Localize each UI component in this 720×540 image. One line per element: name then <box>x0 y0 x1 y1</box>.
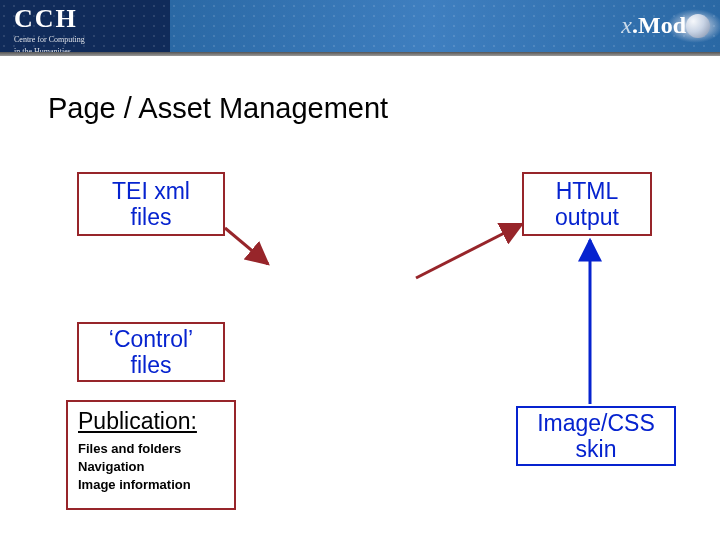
node-control-line1: ‘Control’ <box>109 326 193 352</box>
xmod-wordmark: x.Mod <box>621 12 686 39</box>
globe-icon <box>686 14 710 38</box>
cch-logo-abbr: CCH <box>14 6 85 32</box>
node-skin-line2: skin <box>576 436 617 462</box>
node-image-css-skin: Image/CSS skin <box>516 406 676 466</box>
node-tei-line1: TEI xml <box>112 178 190 204</box>
cch-logo: CCH Centre for Computing in the Humaniti… <box>14 6 85 57</box>
arrow-tei-to-xmod <box>225 228 268 264</box>
banner-underline <box>0 52 720 56</box>
node-publication-items: Files and folders Navigation Image infor… <box>78 440 191 493</box>
node-publication: Publication: Files and folders Navigatio… <box>66 400 236 510</box>
node-control-line2: files <box>131 352 172 378</box>
node-tei-xml-files: TEI xml files <box>77 172 225 236</box>
arrow-xmod-to-html <box>416 224 522 278</box>
node-html-output: HTML output <box>522 172 652 236</box>
slide: CCH Centre for Computing in the Humaniti… <box>0 0 720 540</box>
top-banner: CCH Centre for Computing in the Humaniti… <box>0 0 720 52</box>
cch-logo-sub1: Centre for Computing <box>14 36 85 44</box>
xmod-name: .Mod <box>632 12 686 38</box>
node-control-files: ‘Control’ files <box>77 322 225 382</box>
node-publication-heading: Publication: <box>78 408 197 434</box>
node-html-line1: HTML <box>556 178 619 204</box>
slide-title: Page / Asset Management <box>48 92 388 125</box>
node-tei-line2: files <box>131 204 172 230</box>
node-publication-item: Navigation <box>78 458 191 476</box>
node-html-line2: output <box>555 204 619 230</box>
node-publication-item: Image information <box>78 476 191 494</box>
node-skin-line1: Image/CSS <box>537 410 655 436</box>
xmod-prefix: x <box>621 12 632 38</box>
node-publication-item: Files and folders <box>78 440 191 458</box>
